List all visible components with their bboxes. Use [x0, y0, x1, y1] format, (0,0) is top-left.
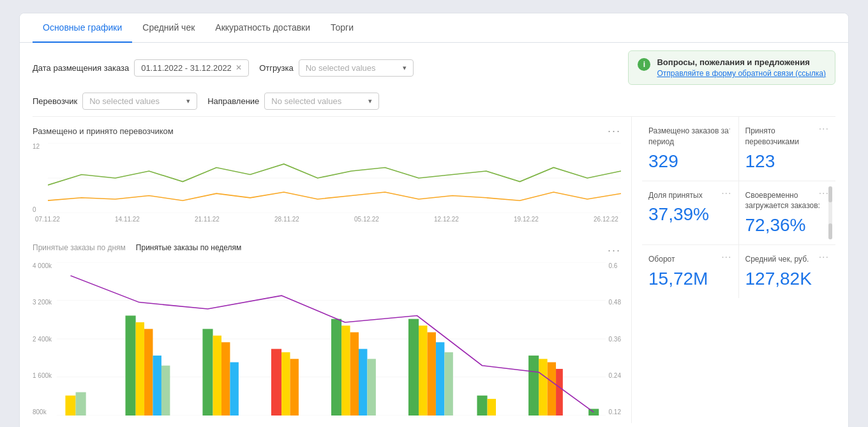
- svg-rect-13: [153, 356, 161, 416]
- info-box: i Вопросы, пожелания и предложения Отпра…: [628, 50, 835, 85]
- svg-rect-37: [556, 369, 563, 416]
- line-chart-svg: [33, 143, 621, 213]
- stat-turnover-value: 15,72M: [648, 269, 732, 289]
- svg-rect-8: [65, 396, 75, 416]
- svg-rect-15: [202, 329, 213, 416]
- stat-accepted-label: Принято перевозчиками: [745, 126, 830, 147]
- shipment-filter-input[interactable]: No selected values ▾: [299, 59, 414, 77]
- stat-avg-check-value: 127,82K: [745, 269, 830, 289]
- filter-row-2: Перевозчик No selected values ▾ Направле…: [20, 93, 848, 116]
- svg-rect-24: [350, 333, 359, 416]
- stat-turnover-more-btn[interactable]: ···: [721, 251, 731, 263]
- direction-filter-input[interactable]: No selected values ▾: [264, 93, 379, 110]
- line-chart-title-row: Размещено и принято перевозчиком ···: [33, 124, 621, 138]
- xaxis-label-1: 07.11.22: [35, 216, 60, 223]
- shipment-filter-group: Отгрузка No selected values ▾: [259, 59, 414, 77]
- bar-chart-title-row: Принятые заказы по дням Принятые заказы …: [33, 243, 621, 257]
- direction-filter-group: Направление No selected values ▾: [207, 93, 379, 110]
- carrier-chevron-icon: ▾: [186, 97, 190, 105]
- date-filter-clear[interactable]: ✕: [236, 63, 242, 72]
- stats-grid: ··· Размещено заказов за период 329 ··· …: [642, 117, 835, 298]
- tabs-bar: Основные графики Средний чек Аккуратност…: [20, 13, 848, 43]
- line-chart-more-btn[interactable]: ···: [608, 124, 621, 138]
- bar-chart-subtitle-days[interactable]: Принятые заказы по дням: [33, 243, 126, 252]
- svg-rect-20: [281, 352, 290, 416]
- stat-timely: ··· Своевременно загружается заказов: 72…: [739, 181, 836, 246]
- bar-chart-card: Принятые заказы по дням Принятые заказы …: [33, 236, 621, 423]
- xaxis-label-3: 21.11.22: [195, 216, 220, 223]
- bar-chart-subtitle-weeks[interactable]: Принятые заказы по неделям: [136, 243, 242, 252]
- xaxis-label-6: 12.12.22: [434, 216, 459, 223]
- svg-rect-31: [444, 352, 453, 416]
- bar-chart-more-btn[interactable]: ···: [608, 244, 621, 257]
- svg-rect-12: [144, 329, 153, 416]
- tab-accuracy[interactable]: Аккуратность доставки: [205, 13, 320, 43]
- shipment-chevron-icon: ▾: [403, 64, 407, 72]
- stat-avg-check-more-btn[interactable]: ···: [819, 251, 829, 263]
- carrier-filter-value: No selected values: [89, 96, 183, 106]
- stat-accepted-value: 123: [745, 151, 830, 172]
- date-filter-value: 01.11.2022 - 31.12.2022: [141, 63, 232, 73]
- stat-avg-check: ··· Средний чек, руб. 127,82K: [739, 245, 836, 298]
- tab-trade[interactable]: Торги: [320, 13, 364, 43]
- scrollbar[interactable]: [828, 186, 833, 240]
- stats-container: ··· Размещено заказов за период 329 ··· …: [642, 117, 835, 340]
- date-filter-input[interactable]: 01.11.2022 - 31.12.2022 ✕: [134, 59, 249, 77]
- carrier-filter-group: Перевозчик No selected values ▾: [33, 93, 197, 110]
- svg-rect-29: [428, 333, 436, 416]
- svg-rect-25: [359, 349, 367, 416]
- left-column: Размещено и принято перевозчиком ··· 12 …: [33, 117, 631, 423]
- stat-share-more-btn[interactable]: ···: [721, 188, 731, 199]
- svg-rect-26: [367, 359, 375, 416]
- stat-timely-label: Своевременно загружается заказов:: [745, 190, 830, 212]
- info-box-link[interactable]: Отправляйте в форму обратной связи (ссыл…: [657, 69, 826, 78]
- xaxis-label-5: 05.12.22: [354, 216, 379, 223]
- stat-turnover-label: Оборот: [648, 254, 732, 265]
- stat-avg-check-label: Средний чек, руб.: [745, 254, 830, 265]
- stat-placed-value: 329: [648, 151, 732, 172]
- svg-rect-16: [213, 336, 221, 416]
- svg-rect-14: [161, 366, 170, 416]
- stat-share-label: Доля принятых: [648, 190, 732, 201]
- stat-timely-value: 72,36%: [745, 215, 830, 236]
- xaxis-label-8: 26.12.22: [594, 216, 618, 223]
- stat-placed: ··· Размещено заказов за период 329: [642, 117, 739, 181]
- info-icon: i: [638, 58, 650, 71]
- tab-avg[interactable]: Средний чек: [132, 13, 205, 43]
- svg-rect-36: [548, 363, 556, 416]
- svg-rect-11: [136, 322, 144, 416]
- xaxis-label-2: 14.11.22: [115, 216, 140, 223]
- dashboard: Основные графики Средний чек Аккуратност…: [19, 13, 849, 427]
- svg-rect-34: [528, 356, 539, 416]
- direction-filter-label: Направление: [207, 96, 259, 106]
- stat-turnover: ··· Оборот 15,72M: [642, 245, 739, 298]
- bar-chart-area: 4 000k 3 200k 2 400k 1 600k 800k 0.6 0.4…: [33, 262, 621, 416]
- carrier-filter-label: Перевозчик: [33, 96, 77, 106]
- svg-rect-30: [436, 342, 444, 416]
- line-chart-area: 12 0: [33, 143, 621, 213]
- stat-placed-label: Размещено заказов за период: [648, 126, 732, 147]
- svg-rect-32: [477, 396, 487, 416]
- filter-row-1: Дата размещения заказа 01.11.2022 - 31.1…: [20, 43, 848, 93]
- date-filter-group: Дата размещения заказа 01.11.2022 - 31.1…: [33, 59, 249, 77]
- svg-rect-33: [488, 399, 496, 416]
- svg-rect-10: [126, 315, 136, 416]
- stat-share: ··· Доля принятых 37,39%: [642, 181, 739, 246]
- stat-placed-more-btn[interactable]: ···: [721, 123, 731, 135]
- svg-rect-21: [290, 359, 299, 416]
- line-chart-card: Размещено и принято перевозчиком ··· 12 …: [33, 117, 621, 230]
- stat-accepted-more-btn[interactable]: ···: [819, 123, 829, 135]
- svg-rect-18: [230, 363, 238, 416]
- tab-main[interactable]: Основные графики: [33, 13, 132, 43]
- svg-rect-23: [341, 326, 350, 416]
- stat-share-value: 37,39%: [648, 204, 732, 225]
- svg-rect-35: [539, 359, 547, 416]
- bar-chart-svg: [33, 262, 621, 416]
- shipment-filter-label: Отгрузка: [259, 63, 294, 73]
- svg-rect-19: [271, 349, 281, 416]
- main-content: Размещено и принято перевозчиком ··· 12 …: [20, 117, 848, 427]
- svg-rect-17: [221, 342, 230, 416]
- carrier-filter-input[interactable]: No selected values ▾: [82, 93, 197, 110]
- direction-chevron-icon: ▾: [368, 97, 372, 105]
- line-chart-xaxis: 07.11.22 14.11.22 21.11.22 28.11.22 05.1…: [33, 216, 621, 223]
